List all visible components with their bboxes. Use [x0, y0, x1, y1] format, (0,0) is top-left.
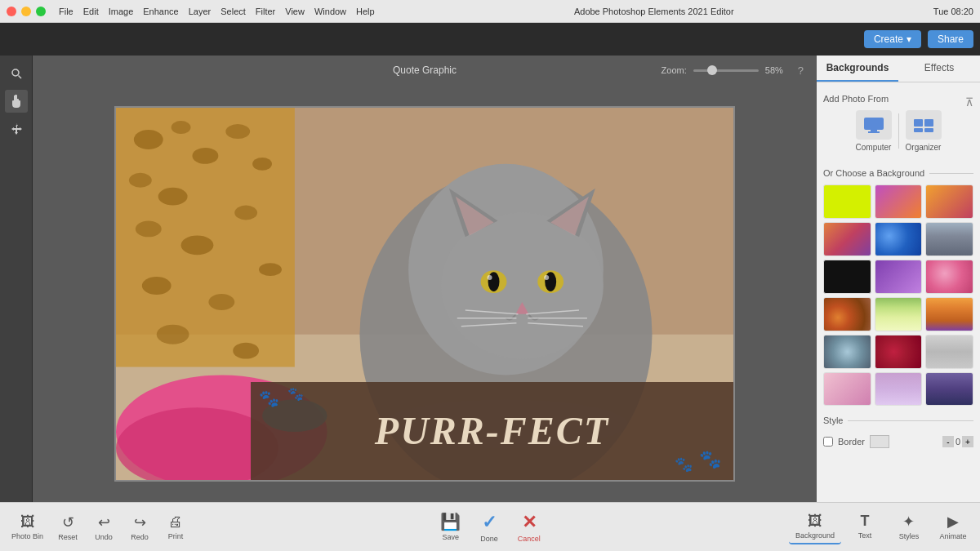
menu-item-file[interactable]: File: [59, 7, 74, 16]
organizer-option[interactable]: Organizer: [906, 110, 942, 152]
swatch-mountains[interactable]: [925, 222, 973, 256]
svg-point-11: [252, 157, 272, 170]
top-bar: Create ▾ Share: [0, 23, 980, 56]
svg-point-15: [142, 277, 172, 295]
redo-tool[interactable]: ↪ Redo: [123, 510, 156, 544]
bottom-toolbar: 🖼 Photo Bin ↺ Reset ↩ Undo ↪ Redo 🖨 Prin…: [0, 502, 980, 551]
swatch-purple-mist[interactable]: [925, 372, 973, 407]
hand-tool[interactable]: [5, 90, 28, 113]
menu-item-enhance[interactable]: Enhance: [143, 7, 178, 16]
quote-banner: 🐾 🐾 🐾 🐾 PURR-FECT: [251, 382, 733, 480]
background-tool[interactable]: 🖼 Background: [789, 509, 841, 544]
swatch-pink-shimmer[interactable]: [823, 372, 871, 407]
done-button[interactable]: ✓ Done: [474, 509, 505, 546]
svg-point-12: [136, 220, 162, 237]
menu-item-layer[interactable]: Layer: [189, 7, 212, 16]
swatch-field[interactable]: [875, 297, 923, 331]
choose-background-label: Or Choose a Background: [823, 168, 973, 178]
search-tool[interactable]: [5, 62, 28, 85]
background-grid: [823, 184, 973, 406]
swatch-fog[interactable]: [925, 335, 973, 369]
background-icon: 🖼: [808, 513, 822, 530]
animate-tool[interactable]: ▶ Animate: [933, 509, 973, 544]
swatch-sunset1[interactable]: [823, 222, 871, 256]
style-section: Border - 0 +: [823, 432, 973, 456]
close-button[interactable]: [7, 7, 16, 16]
photo-canvas[interactable]: 🐾 🐾 🐾 🐾 PURR-FECT: [114, 106, 735, 482]
styles-tool[interactable]: ✦ Styles: [889, 509, 929, 544]
collapse-icon[interactable]: ⊼: [965, 96, 973, 109]
redo-icon: ↪: [134, 513, 146, 531]
system-time: Tue 08:20: [933, 7, 973, 16]
done-icon: ✓: [482, 512, 497, 533]
share-button[interactable]: Share: [928, 30, 973, 48]
cancel-button[interactable]: ✕ Cancel: [511, 509, 547, 546]
swatch-orange-purple[interactable]: [925, 184, 973, 219]
bottom-right-tools: 🖼 Background T Text ✦ Styles ▶ Animate: [789, 509, 973, 544]
border-increase[interactable]: +: [962, 436, 973, 447]
swatch-dark[interactable]: [823, 260, 871, 294]
zoom-controls: Zoom: 58% ?: [662, 64, 804, 77]
zoom-percent: 58%: [765, 65, 791, 75]
add-photo-section: Add Photo From ⊼ Computer: [823, 89, 973, 163]
menu-item-image[interactable]: Image: [109, 7, 134, 16]
save-button[interactable]: 💾 Save: [434, 509, 467, 546]
undo-icon: ↩: [98, 513, 110, 531]
help-button[interactable]: ?: [798, 64, 804, 77]
border-decrease[interactable]: -: [942, 436, 954, 447]
menu-item-window[interactable]: Window: [314, 7, 346, 16]
paw-print-3: 🐾: [699, 449, 721, 470]
svg-rect-44: [864, 118, 884, 130]
svg-point-18: [157, 324, 189, 344]
computer-option[interactable]: Computer: [856, 110, 892, 152]
text-icon: T: [860, 513, 869, 530]
save-icon: 💾: [440, 512, 461, 531]
reset-icon: ↺: [62, 513, 74, 531]
photo-bin-tool[interactable]: 🖼 Photo Bin: [7, 510, 48, 544]
swatch-flowers1[interactable]: [823, 297, 871, 331]
text-tool[interactable]: T Text: [844, 509, 885, 544]
menu-item-filter[interactable]: Filter: [256, 7, 275, 16]
border-checkbox[interactable]: [823, 437, 833, 447]
svg-point-32: [544, 275, 549, 280]
menu-item-select[interactable]: Select: [220, 7, 246, 16]
swatch-yellow[interactable]: [823, 184, 871, 219]
text-label: Text: [858, 531, 872, 540]
quote-text: PURR-FECT: [375, 408, 609, 453]
tab-backgrounds[interactable]: Backgrounds: [817, 56, 898, 82]
create-button[interactable]: Create ▾: [864, 30, 921, 48]
move-tool[interactable]: [5, 118, 28, 140]
border-color[interactable]: [870, 435, 889, 448]
border-value: 0: [956, 437, 960, 447]
swatch-lavender[interactable]: [875, 372, 923, 407]
title-bar: File Edit Image Enhance Layer Select Fil…: [0, 0, 980, 23]
print-tool[interactable]: 🖨 Print: [159, 510, 192, 544]
reset-tool[interactable]: ↺ Reset: [51, 510, 84, 544]
save-label: Save: [442, 533, 459, 541]
swatch-pink-bokeh[interactable]: [925, 260, 973, 294]
canvas-content[interactable]: 🐾 🐾 🐾 🐾 PURR-FECT: [33, 85, 817, 502]
swatch-starfish[interactable]: [823, 335, 871, 369]
create-label: Create: [874, 33, 903, 45]
minimize-button[interactable]: [21, 7, 31, 16]
svg-point-8: [129, 172, 152, 187]
zoom-slider[interactable]: [693, 69, 759, 72]
swatch-roses[interactable]: [875, 335, 923, 369]
traffic-lights[interactable]: [7, 7, 46, 16]
undo-tool[interactable]: ↩ Undo: [87, 510, 120, 544]
svg-point-13: [181, 235, 214, 255]
swatch-blue-bokeh[interactable]: [875, 222, 923, 256]
tab-effects[interactable]: Effects: [898, 56, 980, 82]
menu-item-edit[interactable]: Edit: [83, 7, 99, 16]
swatch-sunset2[interactable]: [925, 297, 973, 331]
menu-item-help[interactable]: Help: [356, 7, 375, 16]
svg-rect-50: [924, 128, 933, 132]
swatch-purple-gradient[interactable]: [875, 184, 923, 219]
swatch-purple2[interactable]: [875, 260, 923, 294]
menu-item-view[interactable]: View: [285, 7, 305, 16]
cancel-icon: ✕: [522, 512, 537, 533]
organizer-icon: [906, 110, 942, 140]
svg-point-0: [12, 69, 19, 76]
maximize-button[interactable]: [36, 7, 46, 16]
canvas-title: Quote Graphic: [393, 64, 457, 76]
